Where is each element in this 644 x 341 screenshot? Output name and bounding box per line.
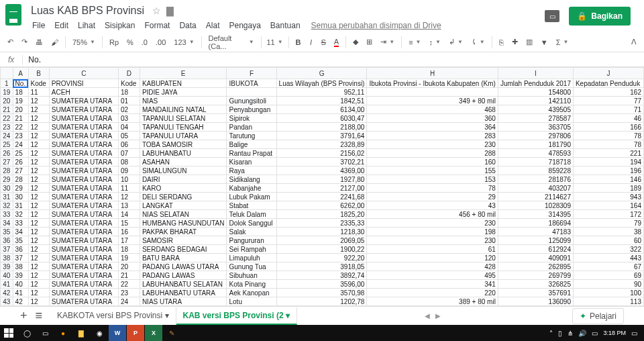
cell[interactable]: 06 bbox=[119, 140, 140, 149]
cell[interactable]: 428 bbox=[367, 262, 498, 271]
cell[interactable]: 12 bbox=[28, 201, 49, 210]
cell[interactable]: SUMATERA UTARA bbox=[49, 245, 118, 254]
app-icon[interactable]: ✎ bbox=[163, 325, 180, 341]
cell[interactable]: 12 bbox=[28, 262, 49, 271]
chrome-icon[interactable]: ◉ bbox=[91, 325, 108, 341]
cell[interactable]: 160 bbox=[367, 158, 498, 166]
cell[interactable]: 172 bbox=[573, 210, 643, 219]
cell[interactable]: 67 bbox=[573, 262, 643, 271]
cell[interactable]: 943 bbox=[573, 193, 643, 201]
cell[interactable]: 31 bbox=[13, 201, 28, 210]
cell[interactable]: Sidikalang bbox=[227, 175, 276, 184]
cell[interactable]: SUMATERA UTARA bbox=[49, 132, 118, 140]
cell[interactable]: Penyabungan bbox=[227, 105, 276, 114]
cell[interactable]: SUMATERA UTARA bbox=[49, 228, 118, 236]
cell[interactable]: 4369,00 bbox=[276, 166, 367, 175]
search-icon[interactable]: ◯ bbox=[18, 325, 36, 341]
fill-color-button[interactable]: ◆ bbox=[350, 36, 362, 48]
share-button[interactable]: 🔒 Bagikan bbox=[569, 7, 631, 26]
cell[interactable]: Balige bbox=[227, 140, 276, 149]
row-header[interactable]: 37 bbox=[1, 245, 13, 254]
cell[interactable]: 47183 bbox=[498, 228, 573, 236]
cell[interactable]: 612924 bbox=[498, 245, 573, 254]
sheet-tab[interactable]: KABKOTA versi BPS Provinsi ▾ bbox=[50, 307, 176, 325]
cell[interactable]: 314395 bbox=[498, 210, 573, 219]
cell[interactable]: 39 bbox=[13, 271, 28, 280]
more-formats-button[interactable]: 123▼ bbox=[170, 36, 197, 48]
cell[interactable]: 341 bbox=[367, 280, 498, 289]
cell[interactable]: 120 bbox=[367, 254, 498, 262]
cell[interactable]: 6030,47 bbox=[276, 114, 367, 123]
cell[interactable]: 1202,78 bbox=[276, 297, 367, 306]
excel-icon[interactable]: X bbox=[145, 325, 162, 341]
cell[interactable]: 61 bbox=[367, 245, 498, 254]
cell[interactable]: 04 bbox=[119, 123, 140, 132]
cell[interactable]: 25 bbox=[119, 306, 140, 307]
cell[interactable]: 164 bbox=[573, 201, 643, 210]
cell[interactable]: 37 bbox=[13, 254, 28, 262]
cell[interactable]: Gunung Tua bbox=[227, 262, 276, 271]
cell[interactable]: 02 bbox=[119, 105, 140, 114]
cell[interactable]: SERDANG BEDAGAI bbox=[140, 245, 227, 254]
cell[interactable]: SUMATERA UTARA bbox=[49, 297, 118, 306]
cell[interactable]: 3702,21 bbox=[276, 158, 367, 166]
cell[interactable]: 01 bbox=[119, 97, 140, 105]
cell[interactable]: 443 bbox=[573, 254, 643, 262]
cell[interactable]: LABUHANBATU bbox=[140, 149, 227, 158]
cell[interactable]: Kepadatan Penduduk bbox=[573, 79, 643, 88]
cell[interactable]: SAMOSIR bbox=[140, 236, 227, 245]
cell[interactable]: 1927,80 bbox=[276, 175, 367, 184]
cell[interactable]: 21 bbox=[13, 114, 28, 123]
merge-button[interactable]: ⇥▼ bbox=[377, 36, 398, 48]
cell[interactable]: 718718 bbox=[498, 158, 573, 166]
row-header[interactable]: 42 bbox=[1, 289, 13, 297]
cell[interactable]: 81279 bbox=[498, 306, 573, 307]
cell[interactable]: 269799 bbox=[498, 271, 573, 280]
cell[interactable]: 1218,30 bbox=[276, 228, 367, 236]
cell[interactable]: SUMATERA UTARA bbox=[49, 175, 118, 184]
decrease-decimals-button[interactable]: .0 bbox=[138, 36, 151, 48]
cell[interactable]: 326825 bbox=[498, 280, 573, 289]
cell[interactable]: NIAS bbox=[140, 97, 227, 105]
cell[interactable]: SUMATERA UTARA bbox=[49, 271, 118, 280]
column-header[interactable]: A bbox=[13, 68, 28, 79]
cell[interactable]: BATU BARA bbox=[140, 254, 227, 262]
cell[interactable]: 297806 bbox=[498, 132, 573, 140]
insert-link-button[interactable]: ⎘ bbox=[496, 36, 507, 48]
star-icon[interactable]: ☆ bbox=[152, 5, 161, 16]
powerpoint-icon[interactable]: P bbox=[127, 325, 144, 341]
cell[interactable]: 20 bbox=[119, 262, 140, 271]
cell[interactable]: 859228 bbox=[498, 166, 573, 175]
text-wrap-button[interactable]: ↲▼ bbox=[445, 36, 466, 48]
cell[interactable]: 1028309 bbox=[498, 201, 573, 210]
row-header[interactable]: 24 bbox=[1, 132, 13, 140]
cell[interactable]: SUMATERA UTARA bbox=[49, 201, 118, 210]
sheet-scroll-arrows[interactable]: ◀ ▶ bbox=[425, 312, 441, 320]
cell[interactable]: 09 bbox=[119, 166, 140, 175]
cell[interactable]: Rantau Prapat bbox=[227, 149, 276, 158]
menu-pengaya[interactable]: Pengaya bbox=[225, 19, 264, 32]
cell[interactable]: 10 bbox=[119, 175, 140, 184]
cell[interactable]: 90 bbox=[573, 280, 643, 289]
row-header[interactable]: 28 bbox=[1, 166, 13, 175]
add-sheet-button[interactable]: + bbox=[20, 309, 28, 323]
cell[interactable]: 12 bbox=[28, 175, 49, 184]
cell[interactable]: Sipirok bbox=[227, 114, 276, 123]
cell[interactable]: Dolok Sanggul bbox=[227, 219, 276, 228]
row-header[interactable]: 33 bbox=[1, 210, 13, 219]
cell[interactable]: 12 bbox=[28, 280, 49, 289]
row-header[interactable]: 22 bbox=[1, 114, 13, 123]
cell[interactable]: 2069,05 bbox=[276, 236, 367, 245]
row-header[interactable]: 1 bbox=[1, 79, 13, 88]
cell[interactable]: 196 bbox=[573, 166, 643, 175]
cell[interactable]: 230 bbox=[367, 236, 498, 245]
cell[interactable]: 24 bbox=[119, 297, 140, 306]
cell[interactable]: 478593 bbox=[498, 149, 573, 158]
cell[interactable]: Stabat bbox=[227, 201, 276, 210]
toolbar-more-button[interactable]: ᐱ bbox=[628, 36, 640, 48]
cell[interactable]: 3791,64 bbox=[276, 132, 367, 140]
row-header[interactable]: 44 bbox=[1, 306, 13, 307]
cell[interactable]: 136090 bbox=[498, 297, 573, 306]
row-header[interactable]: 23 bbox=[1, 123, 13, 132]
cell[interactable]: 07 bbox=[119, 149, 140, 158]
